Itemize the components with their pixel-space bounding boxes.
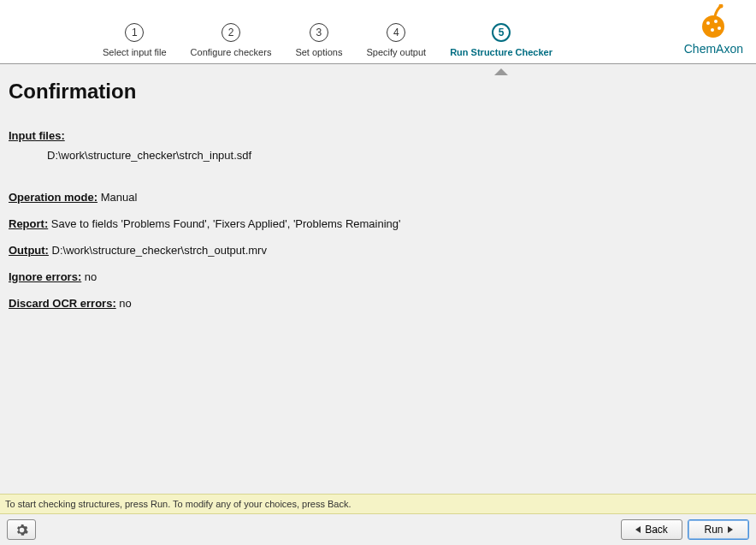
input-files-value: D:\work\structure_checker\strch_input.sd… [47, 149, 747, 162]
svg-point-3 [711, 28, 714, 32]
ignore-errors-field: Ignore errors: no [9, 270, 747, 283]
report-value: Save to fields 'Problems Found', 'Fixers… [48, 217, 400, 230]
svg-point-2 [714, 20, 718, 23]
step-5-run-checker[interactable]: 5 Run Structure Checker [450, 23, 552, 57]
step-number: 1 [125, 23, 144, 42]
ignore-errors-label: Ignore errors: [9, 270, 81, 283]
wizard-header: 1 Select input file 2 Configure checkers… [0, 0, 756, 64]
svg-point-4 [718, 27, 721, 30]
hint-bar: To start checking structures, press Run.… [0, 494, 756, 514]
step-number: 4 [387, 23, 405, 42]
back-button-label: Back [645, 524, 668, 536]
settings-button[interactable] [7, 519, 36, 540]
discard-ocr-value: no [116, 297, 132, 310]
discard-ocr-field: Discard OCR errors: no [9, 297, 747, 310]
output-label: Output: [9, 244, 49, 257]
step-label: Set options [295, 47, 342, 57]
step-1-select-input[interactable]: 1 Select input file [103, 23, 167, 57]
step-label: Configure checkers [191, 47, 272, 57]
step-number: 2 [221, 23, 240, 42]
footer-bar: Back Run [0, 514, 756, 545]
run-button-label: Run [704, 524, 723, 536]
wizard-steps: 1 Select input file 2 Configure checkers… [103, 6, 552, 57]
operation-mode-value: Manual [97, 191, 137, 204]
report-field: Report: Save to fields 'Problems Found',… [9, 217, 747, 230]
output-value: D:\work\structure_checker\strch_output.m… [49, 244, 267, 257]
report-label: Report: [9, 217, 48, 230]
back-arrow-icon [635, 526, 641, 533]
input-files-field: Input files: D:\work\structure_checker\s… [9, 129, 747, 162]
svg-point-0 [702, 15, 724, 38]
step-label: Select input file [103, 47, 167, 57]
run-arrow-icon [728, 526, 733, 533]
chemaxon-icon [695, 4, 731, 40]
gear-icon [15, 524, 28, 536]
operation-mode-label: Operation mode: [9, 191, 97, 204]
back-button[interactable]: Back [621, 519, 682, 540]
step-number: 3 [310, 23, 328, 42]
run-button[interactable]: Run [688, 519, 749, 540]
brand-name: ChemAxon [684, 42, 743, 56]
brand-logo: ChemAxon [684, 4, 743, 56]
step-label: Specify output [366, 47, 426, 57]
ignore-errors-value: no [81, 270, 97, 283]
operation-mode-field: Operation mode: Manual [9, 191, 747, 204]
step-2-configure-checkers[interactable]: 2 Configure checkers [191, 23, 272, 57]
output-field: Output: D:\work\structure_checker\strch_… [9, 244, 747, 257]
step-3-set-options[interactable]: 3 Set options [295, 23, 342, 57]
svg-point-1 [706, 21, 710, 25]
step-number: 5 [492, 23, 511, 42]
page-title: Confirmation [9, 80, 747, 104]
content-area: Confirmation Input files: D:\work\struct… [0, 64, 756, 494]
input-files-label: Input files: [9, 129, 65, 142]
step-4-specify-output[interactable]: 4 Specify output [366, 23, 426, 57]
discard-ocr-label: Discard OCR errors: [9, 297, 116, 310]
step-label: Run Structure Checker [450, 47, 552, 57]
